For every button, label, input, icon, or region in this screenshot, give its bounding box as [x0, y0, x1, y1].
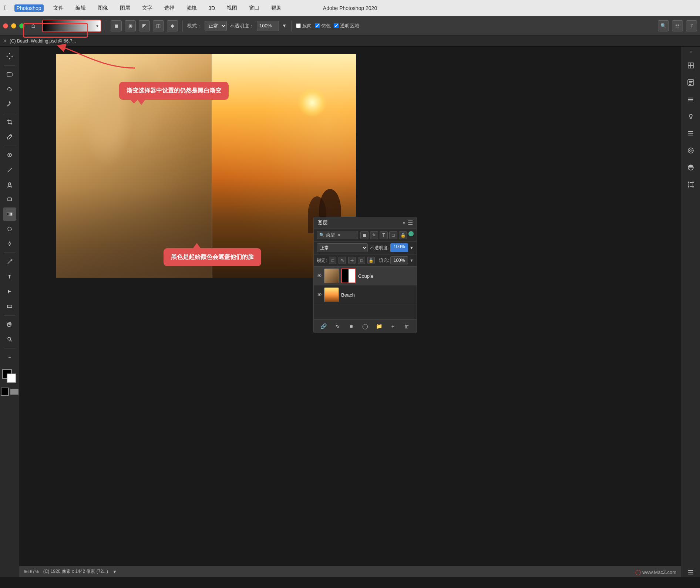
apple-logo-icon[interactable]: : [4, 4, 7, 12]
clone-stamp-tool[interactable]: [3, 178, 16, 191]
opacity-dropdown[interactable]: ▼: [282, 23, 287, 28]
menu-edit[interactable]: 编辑: [73, 4, 88, 12]
transform-btn[interactable]: [684, 178, 698, 192]
layer-couple-mask-thumbnail[interactable]: [341, 268, 356, 283]
crop-tool[interactable]: [3, 115, 16, 129]
learn-btn[interactable]: [684, 75, 698, 89]
home-button[interactable]: ⌂: [27, 20, 39, 32]
layer-vis-couple-icon[interactable]: 👁: [317, 273, 322, 279]
status-arrow[interactable]: ▼: [112, 569, 117, 574]
add-mask-btn[interactable]: ◯: [361, 322, 370, 331]
blur-tool[interactable]: [3, 222, 16, 236]
properties-btn[interactable]: [684, 92, 698, 107]
layers-toggle-btn[interactable]: [687, 569, 694, 577]
menu-filter[interactable]: 滤镜: [184, 4, 199, 12]
filter-pixel-btn[interactable]: ◼: [360, 231, 368, 239]
close-button[interactable]: [3, 23, 8, 28]
menu-text[interactable]: 文字: [140, 4, 155, 12]
magic-wand-tool[interactable]: [3, 97, 16, 111]
minimize-button[interactable]: [11, 23, 16, 28]
adjustment-btn[interactable]: [684, 160, 698, 175]
filter-smart-btn[interactable]: 🔒: [399, 231, 407, 239]
menu-window[interactable]: 窗口: [247, 4, 262, 12]
layer-item-beach[interactable]: 👁 Beach: [314, 285, 417, 304]
background-color-swatch[interactable]: [7, 374, 16, 383]
lasso-tool[interactable]: [3, 82, 16, 96]
lock-move-btn[interactable]: ✛: [348, 257, 356, 264]
gradient-style-angle[interactable]: ◤: [139, 20, 150, 31]
menu-help[interactable]: 帮助: [269, 4, 284, 12]
filter-type-btn[interactable]: T: [380, 231, 388, 239]
menu-photoshop[interactable]: Photoshop: [14, 4, 44, 12]
layers-expand-icon[interactable]: »: [403, 220, 405, 226]
menu-image[interactable]: 图像: [95, 4, 110, 12]
gradient-style-diamond[interactable]: ◆: [167, 20, 178, 31]
mask-mode-btn[interactable]: [10, 389, 18, 395]
opacity-dropdown-icon[interactable]: ▼: [410, 246, 414, 250]
layers-mode-select[interactable]: 正常: [317, 243, 368, 252]
menu-select[interactable]: 选择: [162, 4, 177, 12]
path-select-tool[interactable]: [3, 285, 16, 298]
layer-vis-beach-icon[interactable]: 👁: [317, 292, 322, 298]
gradient-style-radial[interactable]: ◉: [125, 20, 136, 31]
zoom-tool[interactable]: [3, 332, 16, 346]
share-button[interactable]: ⇧: [686, 20, 697, 31]
lock-artboard-btn[interactable]: □: [358, 257, 365, 264]
layers-fill-input[interactable]: [390, 256, 408, 264]
gradient-style-linear[interactable]: ◼: [111, 20, 122, 31]
new-group-btn[interactable]: 📁: [374, 322, 383, 331]
channels-btn[interactable]: [684, 126, 698, 141]
layers-search-box[interactable]: 🔍 类型 ▼: [317, 231, 358, 239]
eraser-tool[interactable]: [3, 193, 16, 206]
fx-btn[interactable]: fx: [333, 322, 342, 331]
hand-tool[interactable]: [3, 318, 16, 331]
gradient-tool[interactable]: [3, 207, 16, 221]
lock-pixels-btn[interactable]: ✎: [339, 257, 346, 264]
search-dropdown-icon[interactable]: ▼: [337, 233, 341, 237]
menu-view[interactable]: 视图: [225, 4, 239, 12]
status-bar: 66.67% (C) 1920 像素 x 1442 像素 (72...) ▼ ◯…: [19, 566, 681, 577]
filter-adjustment-btn[interactable]: ✎: [370, 231, 378, 239]
dither-checkbox[interactable]: [315, 23, 320, 28]
transparency-checkbox[interactable]: [334, 23, 339, 28]
menu-layer[interactable]: 图层: [118, 4, 132, 12]
marquee-rect-tool[interactable]: [3, 68, 16, 81]
healing-tool[interactable]: [3, 148, 16, 162]
gradient-style-reflected[interactable]: ◫: [153, 20, 164, 31]
pen-tool[interactable]: [3, 255, 16, 268]
maximize-button[interactable]: [19, 23, 24, 28]
lightbulb-btn[interactable]: [684, 109, 698, 124]
link-layers-btn[interactable]: 🔗: [319, 322, 328, 331]
filter-shape-btn[interactable]: □: [389, 231, 397, 239]
libraries-btn[interactable]: [684, 58, 698, 72]
lock-transparent-btn[interactable]: □: [329, 257, 336, 264]
search-button[interactable]: 🔍: [658, 20, 669, 31]
dodge-tool[interactable]: [3, 237, 16, 250]
new-layer-btn[interactable]: +: [388, 322, 397, 331]
menu-3d[interactable]: 3D: [206, 4, 218, 12]
opacity-input[interactable]: [257, 21, 279, 31]
gradient-picker[interactable]: ▼: [42, 20, 101, 32]
move-tool[interactable]: [3, 50, 16, 63]
text-tool[interactable]: T: [3, 270, 16, 283]
menu-file[interactable]: 文件: [51, 4, 66, 12]
layer-item-couple[interactable]: 👁 Couple: [314, 267, 417, 285]
reverse-checkbox[interactable]: [296, 23, 301, 28]
fill-dropdown-icon[interactable]: ▼: [410, 258, 414, 263]
tab-close-button[interactable]: ✕: [3, 38, 7, 44]
shape-tool[interactable]: [3, 300, 16, 313]
lock-all-btn[interactable]: 🔒: [367, 257, 375, 264]
collapse-left-btn[interactable]: «: [689, 50, 691, 54]
content-credentials-btn[interactable]: [684, 143, 698, 158]
layers-menu-icon[interactable]: ☰: [408, 219, 413, 226]
brush-tool[interactable]: [3, 163, 16, 176]
layout-button[interactable]: ☷: [672, 20, 683, 31]
extra-tools[interactable]: ···: [3, 351, 16, 364]
new-fill-adjustment-btn[interactable]: ■: [347, 322, 356, 331]
delete-layer-btn[interactable]: 🗑: [402, 322, 411, 331]
normal-mode-btn[interactable]: [1, 388, 9, 396]
svg-rect-46: [688, 574, 693, 575]
eyedropper-tool[interactable]: [3, 130, 16, 143]
layers-opacity-input[interactable]: 100%: [390, 243, 408, 252]
mode-select[interactable]: 正常: [205, 21, 227, 31]
